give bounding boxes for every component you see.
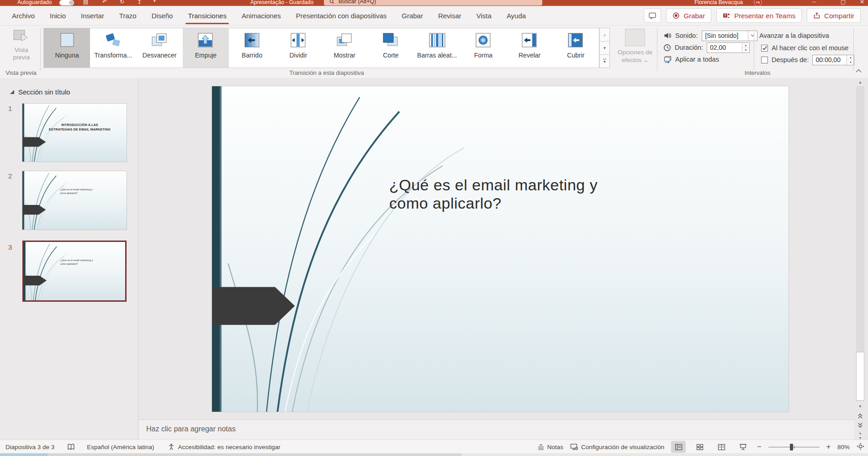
spinner-arrows[interactable]: ▲▼: [742, 43, 749, 52]
minimize-icon[interactable]: ─: [812, 0, 816, 5]
language-selector[interactable]: Español (América latina): [87, 444, 154, 451]
search-box[interactable]: Buscar (Alt+Q): [324, 0, 542, 5]
autosave-label: Autoguardado: [17, 0, 52, 5]
slide-theme-decoration: [24, 242, 125, 300]
notes-placeholder: Haz clic para agregar notas: [146, 425, 236, 433]
fit-to-window-button[interactable]: [857, 443, 864, 451]
undo-icon[interactable]: ↶: [102, 0, 107, 5]
transition-cubrir[interactable]: Cubrir: [553, 28, 599, 68]
qat-chevron-icon[interactable]: ▾: [153, 0, 156, 3]
record-label: Grabar: [683, 12, 705, 20]
spellcheck-book-icon[interactable]: [67, 443, 75, 451]
spin-up-icon[interactable]: ▲: [742, 43, 749, 48]
notes-icon: [537, 444, 545, 451]
tab-presentacion[interactable]: Presentación con diapositivas: [296, 12, 386, 20]
slide-canvas[interactable]: ¿Qué es el email marketing y como aplica…: [212, 86, 789, 412]
zoom-slider-thumb[interactable]: [790, 444, 793, 451]
tab-ayuda[interactable]: Ayuda: [507, 12, 526, 20]
record-button[interactable]: Grabar: [666, 8, 711, 23]
transition-transforma[interactable]: Transforma...: [90, 28, 136, 68]
transition-label: Revelar: [519, 52, 540, 59]
collapse-ribbon-button[interactable]: [856, 66, 862, 74]
redo-icon[interactable]: ↻: [120, 0, 124, 5]
maximize-icon[interactable]: ▢: [841, 0, 846, 5]
zoom-out-button[interactable]: −: [757, 443, 761, 451]
transition-uncover-icon: [519, 31, 540, 49]
after-checkbox[interactable]: [761, 57, 768, 63]
duration-label: Duración:: [675, 44, 703, 51]
duration-row: Duración: 02,00 ▲▼: [663, 42, 750, 53]
transition-empuje[interactable]: Empuje: [183, 28, 229, 68]
transition-barras[interactable]: Barras aleat...: [414, 28, 460, 68]
user-name[interactable]: Florencia Bevacqua: [694, 0, 743, 5]
spin-down-icon[interactable]: ▼: [742, 48, 749, 52]
scroll-down-arrow[interactable]: ▼: [855, 402, 865, 410]
tab-vista[interactable]: Vista: [476, 12, 492, 20]
tab-inicio[interactable]: Inicio: [50, 12, 66, 20]
gallery-scroll-down[interactable]: ▼: [599, 42, 610, 55]
tab-revisar[interactable]: Revisar: [438, 12, 461, 20]
transition-morph-icon: [103, 31, 124, 49]
tab-animaciones[interactable]: Animaciones: [242, 12, 281, 20]
view-reading-button[interactable]: [714, 441, 729, 453]
scrollbar-thumb[interactable]: [856, 352, 864, 401]
view-normal-button[interactable]: [671, 441, 686, 453]
notes-pane[interactable]: Haz clic para agregar notas: [139, 419, 854, 440]
start-presentation-icon[interactable]: ↥: [137, 0, 142, 5]
tab-trazo[interactable]: Trazo: [119, 12, 137, 20]
notes-toggle[interactable]: Notas: [537, 444, 563, 451]
zoom-level[interactable]: 80%: [837, 444, 850, 451]
transition-forma[interactable]: Forma: [460, 28, 506, 68]
teams-label: Presentar en Teams: [734, 12, 795, 20]
view-slide-sorter-button[interactable]: [693, 441, 707, 453]
sound-dropdown[interactable]: [Sin sonido]: [702, 31, 757, 41]
notes-scroll-up[interactable]: ▲: [855, 430, 865, 435]
section-header[interactable]: Sección sin título: [10, 88, 70, 96]
duration-spinner[interactable]: 02,00 ▲▼: [707, 42, 750, 53]
transition-gallery: Ninguna Transforma... Desvanecer: [43, 28, 599, 68]
share-label: Compartir: [824, 12, 854, 20]
transition-revelar[interactable]: Revelar: [507, 28, 553, 68]
transition-dividir[interactable]: Dividir: [275, 28, 321, 68]
avatar[interactable]: FB: [754, 0, 762, 6]
scroll-up-arrow[interactable]: ▲: [855, 78, 865, 86]
tab-diseno[interactable]: Diseño: [152, 12, 173, 20]
autosave-toggle[interactable]: [59, 0, 74, 5]
dropdown-chevron-icon[interactable]: [748, 31, 757, 41]
zoom-slider[interactable]: [768, 443, 820, 451]
tab-transiciones[interactable]: Transiciones: [188, 12, 226, 20]
transition-mostrar[interactable]: Mostrar: [322, 28, 368, 68]
next-slide-button[interactable]: [855, 421, 865, 430]
close-icon[interactable]: ✕: [860, 0, 864, 5]
transition-label: Cubrir: [567, 52, 584, 59]
effect-options-button: Opciones de efectos ⌄: [614, 29, 656, 64]
accessibility-status[interactable]: Accesibilidad: es necesario investigar: [168, 443, 280, 451]
display-settings-button[interactable]: Configuración de visualización: [570, 443, 664, 451]
slide-thumbnail-3[interactable]: ¿Qué es el email marketing y como aplica…: [22, 241, 127, 302]
apply-all-button[interactable]: Aplicar a todas: [663, 54, 719, 65]
slide-thumbnail-2[interactable]: ¿Qué es el email marketing y como aplica…: [22, 171, 127, 230]
tab-archivo[interactable]: Archivo: [12, 12, 35, 20]
zoom-in-button[interactable]: +: [826, 443, 831, 451]
view-slideshow-button[interactable]: [736, 441, 750, 453]
comments-button[interactable]: [644, 8, 661, 23]
share-button[interactable]: Compartir: [807, 8, 861, 23]
slide-thumbnail-1[interactable]: INTRODUCCIÓN A LAS ESTRATEGIAS DE EMAIL …: [22, 104, 127, 162]
transition-corte[interactable]: Corte: [368, 28, 414, 68]
slide-title-textbox[interactable]: ¿Qué es el email marketing y como aplica…: [389, 176, 627, 212]
tab-grabar[interactable]: Grabar: [402, 12, 423, 20]
section-expand-icon: [10, 90, 14, 94]
tab-insertar[interactable]: Insertar: [81, 12, 104, 20]
transition-barrido[interactable]: Barrido: [229, 28, 275, 68]
present-in-teams-button[interactable]: Presentar en Teams: [716, 8, 802, 23]
gallery-more-button[interactable]: ▼: [599, 55, 610, 68]
advance-on-click-option[interactable]: Al hacer clic con el mouse: [761, 42, 848, 53]
transition-ninguna[interactable]: Ninguna: [44, 28, 90, 68]
save-icon[interactable]: ▤: [83, 0, 88, 5]
transition-none-icon: [57, 31, 78, 49]
transition-desvanecer[interactable]: Desvanecer: [137, 28, 183, 68]
vertical-scrollbar: ▲ ▼ ▲ ▼: [855, 78, 865, 440]
after-spinner[interactable]: 00:00,00 ▲▼: [812, 55, 854, 65]
previous-slide-button[interactable]: [855, 411, 865, 420]
on-click-checkbox[interactable]: [761, 45, 768, 52]
